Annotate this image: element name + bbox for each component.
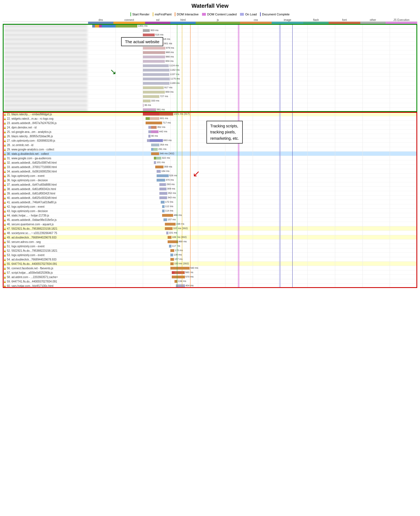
table-row: 🔒54. ad.doubleclick...7668944029678.933 … bbox=[3, 257, 417, 262]
legend-msfirstpaint: msFirstPaint bbox=[153, 12, 171, 16]
type-header-row: dns connect ssl html js css image flash … bbox=[3, 18, 417, 22]
table-row: 🔒47. 5922921.fls.do...7953882231S8.1821 … bbox=[3, 226, 417, 231]
url-text: 🔒59. 6447741.fls.do...4400557027834.091 bbox=[3, 280, 57, 283]
url-text: 🔒56. connect.facebook.net - fbevents.js bbox=[3, 267, 53, 270]
arrow-tracking: ↙ bbox=[193, 169, 200, 178]
annotation-actual-website: The actual website bbox=[121, 37, 163, 46]
table-row: 1162 ms bbox=[3, 68, 417, 72]
legend-dom-interactive: DOM Interactive bbox=[175, 12, 198, 16]
table-row: 🔒37. assets.adobedt...6d47cd00d888.html … bbox=[3, 182, 417, 187]
table-row: 🔒29. www.google-analytics.com - collect … bbox=[3, 147, 417, 152]
url-text: 🔒33. assets.adobedt...370017710000.html bbox=[3, 166, 57, 169]
table-row: 1301 ms bbox=[3, 24, 417, 28]
legend-on-load: On Load bbox=[240, 13, 257, 16]
url-text: 🔒31. www.google.com - ga-audiences bbox=[3, 157, 51, 160]
legend-start-render: Start Render bbox=[130, 12, 149, 16]
url-text: 🔒42. logx.optimizely.com - event bbox=[3, 205, 45, 208]
table-row: 959 ms bbox=[3, 90, 417, 94]
table-row: 🔒39. assets.adobedt...6d61df00342f.html … bbox=[3, 191, 417, 196]
table-row: 🔒43. logx.optimizely.com - decision 114 … bbox=[3, 209, 417, 213]
table-row: 🔒38. assets.adobedt...6d61df00342e.html … bbox=[3, 187, 417, 191]
table-row: 🔒56. connect.facebook.net - fbevents.js … bbox=[3, 266, 417, 270]
url-text: 🔒25. ssl.google-ana...om - analytics.js bbox=[3, 130, 51, 133]
legend-bar: Start Render msFirstPaint DOM Interactiv… bbox=[0, 11, 420, 18]
url-text: 🔒23. assets.adobedt...8457a7b2476236.js bbox=[3, 122, 57, 125]
table-row: 727 ms bbox=[3, 94, 417, 99]
table-row: 968 ms bbox=[3, 50, 417, 55]
table-row: 🔒48. societyone.sc....~ s331239266467 75… bbox=[3, 231, 417, 235]
table-row: 🔒36. logx.optimizely.com - decision 370 … bbox=[3, 178, 417, 182]
table-row: 🔒21. blaze.ratecity... - embedWidget.js … bbox=[3, 112, 417, 116]
url-text: 🔒58. ad.atdmt.com - ...2202663571;cache= bbox=[3, 276, 58, 279]
url-text: 🔒51. logx.optimizely.com - event bbox=[3, 245, 45, 248]
table-row: 333 ms bbox=[3, 99, 417, 103]
url-text: 🔒28. .sc.omtrdc.net - id bbox=[3, 144, 33, 147]
legend-document-complete: Document Complete bbox=[260, 12, 290, 16]
url-text: 🔒32. assets.adobedt...6d025c0087e8.html bbox=[3, 161, 57, 164]
url-text: 🔒46. secure.quantserve.com - aquant.js bbox=[3, 223, 54, 226]
url-text: 🔒45. assets.adobedt...0ddae98e318e5e.js bbox=[3, 218, 57, 221]
type-dns: dns bbox=[88, 18, 113, 21]
url-text: 🔒44. static.hotjar.... - hotjar-21739.js bbox=[3, 214, 49, 217]
table-row: 🔒50. secure.adnxs.com - seg 460 ms bbox=[3, 240, 417, 244]
url-text: 🔒52. 5922921.fls.do...7953882231S8.1821 bbox=[3, 249, 58, 252]
table-row: 🔒40. assets.adobedt...6d025c0032d9.html … bbox=[3, 196, 417, 200]
url-text: 🔒37. assets.adobedt...6d47cd00d888.html bbox=[3, 183, 57, 186]
table-row: 1169 ms bbox=[3, 81, 417, 86]
url-text: 🔒27. cdn.optimizely.com - 8269983199.js bbox=[3, 139, 55, 142]
type-html: html bbox=[170, 18, 196, 21]
type-other: other bbox=[360, 18, 386, 21]
table-row: 🔒34. assets.adobedt...6d3616000256.html … bbox=[3, 169, 417, 174]
table-row: 🔒42. logx.optimizely.com - event 112 ms bbox=[3, 204, 417, 209]
table-row: 🔒45. assets.adobedt...0ddae98e318e5e.js … bbox=[3, 218, 417, 222]
url-text: 🔒34. assets.adobedt...6d3616000256.html bbox=[3, 170, 57, 173]
table-row: 959 ms bbox=[3, 59, 417, 64]
table-row: 🔒57. script.hotjar....a558e0d025390b.js … bbox=[3, 270, 417, 275]
table-row: 🔒35. logx.optimizely.com - event 526 ms bbox=[3, 174, 417, 178]
table-row: 36 ms bbox=[3, 103, 417, 108]
table-row: 1124 ms bbox=[3, 64, 417, 68]
legend-dom-content-loaded: DOM Content Loaded bbox=[202, 13, 237, 16]
url-text: 🔒48. societyone.sc....~ s331239266467 75 bbox=[3, 232, 57, 235]
type-image: image bbox=[272, 18, 303, 21]
table-row: 🔒49. ad.doubleclick...7668944029678.933 … bbox=[3, 235, 417, 240]
table-row: 🔒46. secure.quantserve.com - aquant.js 4… bbox=[3, 222, 417, 226]
table-row: 581 ms bbox=[3, 108, 417, 112]
url-text: 🔒54. ad.doubleclick...7668944029678.933 bbox=[3, 258, 56, 261]
type-ssl: ssl bbox=[145, 18, 170, 21]
url-text: 🔒41. assets.adobedt...746d47ca018a80.js bbox=[3, 201, 56, 204]
table-row: 917 ms bbox=[3, 86, 417, 90]
url-text: 🔒55. 6447741.fls.do...4400557027834.091 bbox=[3, 262, 57, 265]
table-row: 🔒30. stats.g.doubleclick.net - collect 3… bbox=[3, 152, 417, 156]
table-row: 🔒55. 6447741.fls.do...4400557027834.091 … bbox=[3, 262, 417, 266]
url-text: 🔒36. logx.optimizely.com - decision bbox=[3, 179, 48, 182]
table-row: 🔒58. ad.atdmt.com - ...2202663571;cache=… bbox=[3, 275, 417, 279]
table-row: 🔒41. assets.adobedt...746d47ca018a80.js … bbox=[3, 200, 417, 204]
url-text: 🔒22. widgets.ratecit...m.au - rc-logo.sv… bbox=[3, 117, 53, 120]
type-js: js bbox=[196, 18, 240, 21]
table-row: 516 ms bbox=[3, 33, 417, 37]
table-row: 🔒33. assets.adobedt...370017710000.html … bbox=[3, 165, 417, 169]
url-text: 🔒35. logx.optimizely.com - event bbox=[3, 174, 45, 177]
table-row: 🔒44. static.hotjar.... - hotjar-21739.js… bbox=[3, 213, 417, 218]
table-row: 901 ms bbox=[3, 42, 417, 46]
table-row: 🔒32. assets.adobedt...6d025c0087e8.html … bbox=[3, 160, 417, 165]
url-text: 🔒26. blaze.ratecity...80955cf1bbac96.js bbox=[3, 135, 53, 138]
table-row: 303 ms bbox=[3, 28, 417, 33]
url-text: 🔒39. assets.adobedt...6d61df00342f.html bbox=[3, 192, 55, 195]
url-text: 🔒50. secure.adnxs.com - seg bbox=[3, 240, 41, 243]
url-text: 🔒57. script.hotjar....a558e0d025390b.js bbox=[3, 271, 53, 274]
table-row: 966 ms bbox=[3, 55, 417, 59]
table-row: 🔒51. logx.optimizely.com - event 117 ms bbox=[3, 244, 417, 248]
url-text: 🔒21. blaze.ratecity... - embedWidget.js bbox=[3, 113, 52, 116]
url-text: 🔒40. assets.adobedt...6d025c0032d9.html bbox=[3, 196, 57, 199]
table-row: 🔒60. vars.hotjar.com...fcb4f17100c.html … bbox=[3, 284, 417, 288]
table-row: 1157 ms bbox=[3, 72, 417, 77]
url-text: 🔒60. vars.hotjar.com...fcb4f17100c.html bbox=[3, 284, 53, 287]
url-text: 🔒38. assets.adobedt...6d61df00342e.html bbox=[3, 188, 56, 191]
table-row: 🔒52. 5922921.fls.do...7953882231S8.1821 … bbox=[3, 248, 417, 253]
arrow-actual-website: ↙ bbox=[110, 68, 116, 76]
table-row: 818 ms bbox=[3, 37, 417, 42]
page-title: Waterfall View bbox=[0, 0, 420, 11]
type-js-exec: JS Execution bbox=[386, 18, 417, 21]
